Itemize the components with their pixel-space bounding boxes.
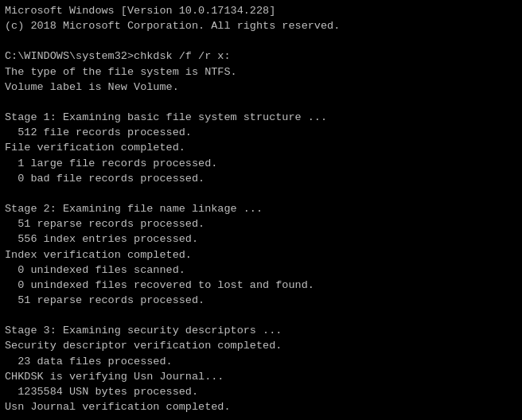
terminal-window: Microsoft Windows [Version 10.0.17134.22… [0,0,522,420]
